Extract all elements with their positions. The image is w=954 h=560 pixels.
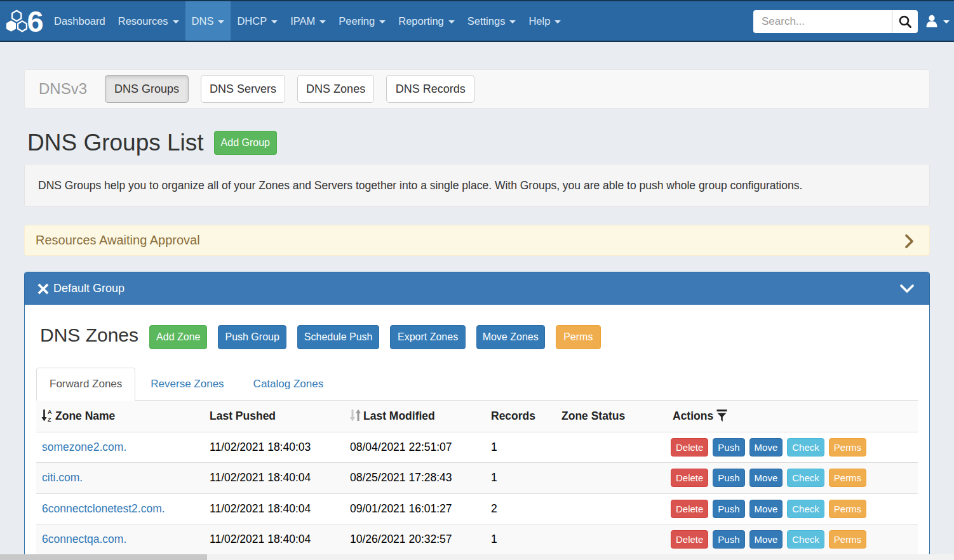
svg-text:Z: Z bbox=[48, 417, 51, 422]
svg-text:6: 6 bbox=[27, 4, 44, 33]
svg-text:A: A bbox=[48, 409, 52, 415]
